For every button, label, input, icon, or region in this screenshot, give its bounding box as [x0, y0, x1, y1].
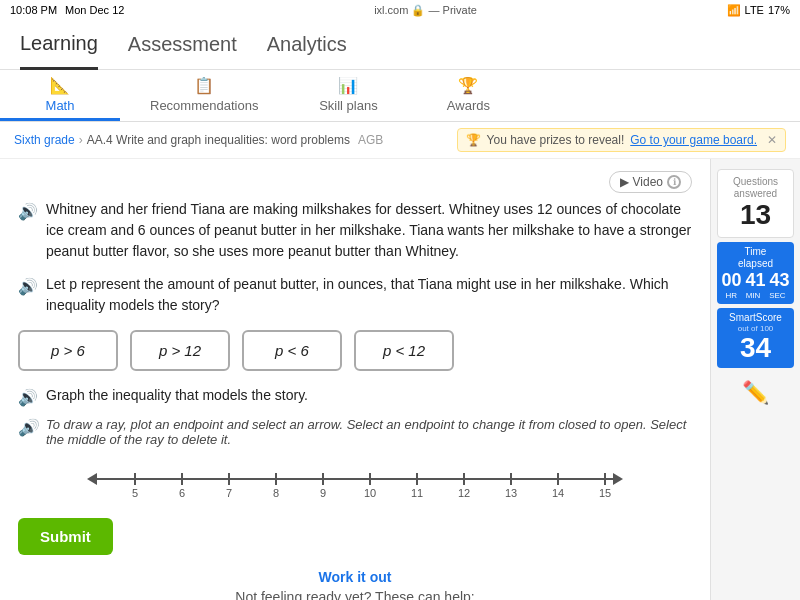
video-play-icon: ▶: [620, 175, 629, 189]
pencil-icon[interactable]: ✏️: [742, 380, 769, 406]
main-wrapper: ▶ Video ℹ 🔊 Whitney and her friend Tiana…: [0, 159, 800, 600]
min-label: MIN: [746, 291, 761, 300]
svg-text:8: 8: [273, 487, 279, 499]
submit-button[interactable]: Submit: [18, 518, 113, 555]
work-it-out-title: Work it out: [18, 569, 692, 585]
prize-banner: 🏆 You have prizes to reveal! Go to your …: [457, 128, 786, 152]
video-button[interactable]: ▶ Video ℹ: [609, 171, 692, 193]
time-min: 41: [745, 270, 765, 291]
speaker-icon-2[interactable]: 🔊: [18, 275, 38, 316]
questions-answered-count: 13: [722, 200, 789, 231]
draw-hint: 🔊 To draw a ray, plot an endpoint and se…: [18, 417, 692, 447]
signal-icon: 📶: [727, 4, 741, 17]
answer-choices: p > 6 p > 12 p < 6 p < 12: [18, 330, 692, 371]
svg-text:13: 13: [505, 487, 517, 499]
answer-btn-2[interactable]: p > 12: [130, 330, 230, 371]
svg-text:12: 12: [458, 487, 470, 499]
answer-btn-4[interactable]: p < 12: [354, 330, 454, 371]
speaker-icon-4[interactable]: 🔊: [18, 418, 38, 447]
problem-text: 🔊 Whitney and her friend Tiana are makin…: [18, 199, 692, 262]
video-btn-row: ▶ Video ℹ: [18, 171, 692, 193]
smart-score-value: 34: [721, 333, 790, 364]
time-hr: 00: [721, 270, 741, 291]
svg-text:14: 14: [552, 487, 564, 499]
sec-label: SEC: [769, 291, 785, 300]
breadcrumb-sep1: ›: [79, 133, 83, 147]
problem-body: Whitney and her friend Tiana are making …: [46, 199, 692, 262]
answer-btn-1[interactable]: p > 6: [18, 330, 118, 371]
number-line-container[interactable]: 5 6 7 8 9 10 11 12 13 14 15: [18, 459, 692, 502]
breadcrumb-grade[interactable]: Sixth grade: [14, 133, 75, 147]
nav-learning[interactable]: Learning: [20, 20, 98, 70]
graph-instruction-text: Graph the inequality that models the sto…: [46, 387, 308, 407]
tab-math[interactable]: 📐 Math: [0, 70, 120, 121]
answer-btn-3[interactable]: p < 6: [242, 330, 342, 371]
trophy-icon: 🏆: [466, 133, 481, 147]
svg-text:15: 15: [599, 487, 611, 499]
svg-text:5: 5: [132, 487, 138, 499]
work-it-out-subtitle: Not feeling ready yet? These can help:: [18, 589, 692, 600]
breadcrumb-code: AGB: [358, 133, 383, 147]
skill-plans-icon: 📊: [338, 76, 358, 95]
status-day: Mon Dec 12: [65, 4, 124, 16]
smart-score-label: SmartScore: [721, 312, 790, 324]
time-display: 00 41 43: [721, 270, 790, 291]
number-line-svg[interactable]: 5 6 7 8 9 10 11 12 13 14 15: [28, 459, 682, 499]
math-icon: 📐: [50, 76, 70, 95]
questions-answered-label: Questionsanswered: [722, 176, 789, 200]
video-circle-icon: ℹ: [667, 175, 681, 189]
time-elapsed-box: Timeelapsed 00 41 43 HR MIN SEC: [717, 242, 794, 304]
prize-text: You have prizes to reveal!: [487, 133, 625, 147]
content-area: ▶ Video ℹ 🔊 Whitney and her friend Tiana…: [0, 159, 710, 600]
breadcrumb-skill: AA.4 Write and graph inequalities: word …: [87, 133, 350, 147]
questions-answered-box: Questionsanswered 13: [717, 169, 794, 238]
breadcrumb-bar: Sixth grade › AA.4 Write and graph inequ…: [0, 122, 800, 159]
smart-score-box: SmartScore out of 100 34: [717, 308, 794, 368]
hr-label: HR: [725, 291, 737, 300]
sub-nav: 📐 Math 📋 Recommendations 📊 Skill plans 🏆…: [0, 70, 800, 122]
top-nav: Learning Assessment Analytics: [0, 20, 800, 70]
question-text: 🔊 Let p represent the amount of peanut b…: [18, 274, 692, 316]
nav-analytics[interactable]: Analytics: [267, 21, 347, 68]
tab-skill-plans[interactable]: 📊 Skill plans: [288, 70, 408, 121]
work-it-out: Work it out Not feeling ready yet? These…: [18, 569, 692, 600]
time-elapsed-label: Timeelapsed: [721, 246, 790, 270]
close-prize-button[interactable]: ✕: [767, 133, 777, 147]
arrow-right: [613, 473, 623, 485]
draw-hint-text: To draw a ray, plot an endpoint and sele…: [46, 417, 692, 447]
speaker-icon-1[interactable]: 🔊: [18, 200, 38, 262]
recommendations-icon: 📋: [194, 76, 214, 95]
prize-link[interactable]: Go to your game board.: [630, 133, 757, 147]
question-body: Let p represent the amount of peanut but…: [46, 274, 692, 316]
right-panel: Questionsanswered 13 Timeelapsed 00 41 4…: [710, 159, 800, 600]
graph-instruction: 🔊 Graph the inequality that models the s…: [18, 387, 692, 407]
time-sec: 43: [770, 270, 790, 291]
svg-text:10: 10: [364, 487, 376, 499]
svg-text:9: 9: [320, 487, 326, 499]
tab-awards[interactable]: 🏆 Awards: [408, 70, 528, 121]
time-unit-row: HR MIN SEC: [721, 291, 790, 300]
svg-text:7: 7: [226, 487, 232, 499]
tab-recommendations[interactable]: 📋 Recommendations: [120, 70, 288, 121]
status-icons: 📶 LTE 17%: [727, 4, 790, 17]
lte-label: LTE: [745, 4, 764, 16]
battery-label: 17%: [768, 4, 790, 16]
nav-assessment[interactable]: Assessment: [128, 21, 237, 68]
speaker-icon-3[interactable]: 🔊: [18, 388, 38, 407]
breadcrumb: Sixth grade › AA.4 Write and graph inequ…: [14, 133, 383, 147]
svg-text:11: 11: [411, 487, 423, 499]
svg-text:6: 6: [179, 487, 185, 499]
status-bar-left: 10:08 PM Mon Dec 12: [10, 4, 124, 16]
status-bar: 10:08 PM Mon Dec 12 ixl.com 🔒 — Private …: [0, 0, 800, 20]
status-url: ixl.com 🔒 — Private: [374, 4, 477, 17]
status-time: 10:08 PM: [10, 4, 57, 16]
awards-icon: 🏆: [458, 76, 478, 95]
